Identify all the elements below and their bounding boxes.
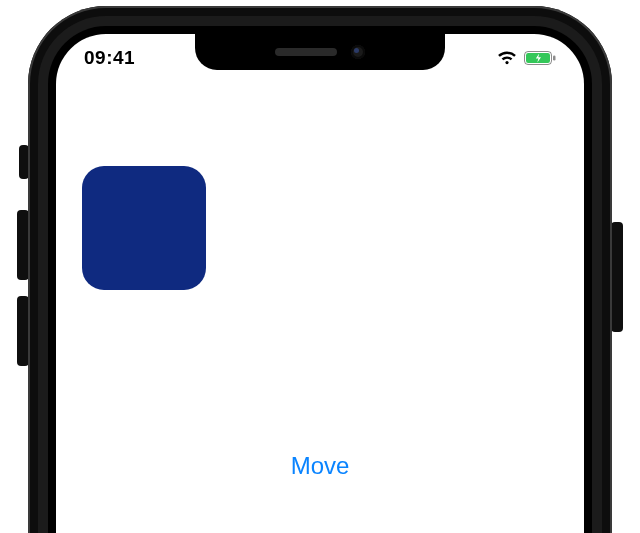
svg-rect-2 xyxy=(553,56,556,61)
animated-square xyxy=(82,166,206,290)
speaker-grille xyxy=(275,48,337,56)
status-icons xyxy=(497,51,556,65)
screen: 09:41 xyxy=(56,34,584,533)
notch xyxy=(195,34,445,70)
wifi-icon xyxy=(497,51,517,65)
status-time: 09:41 xyxy=(84,47,135,69)
move-button[interactable]: Move xyxy=(56,452,584,480)
power-button[interactable] xyxy=(611,222,623,332)
battery-charging-icon xyxy=(524,51,556,65)
canvas: 09:41 xyxy=(0,0,640,533)
front-camera xyxy=(351,45,365,59)
